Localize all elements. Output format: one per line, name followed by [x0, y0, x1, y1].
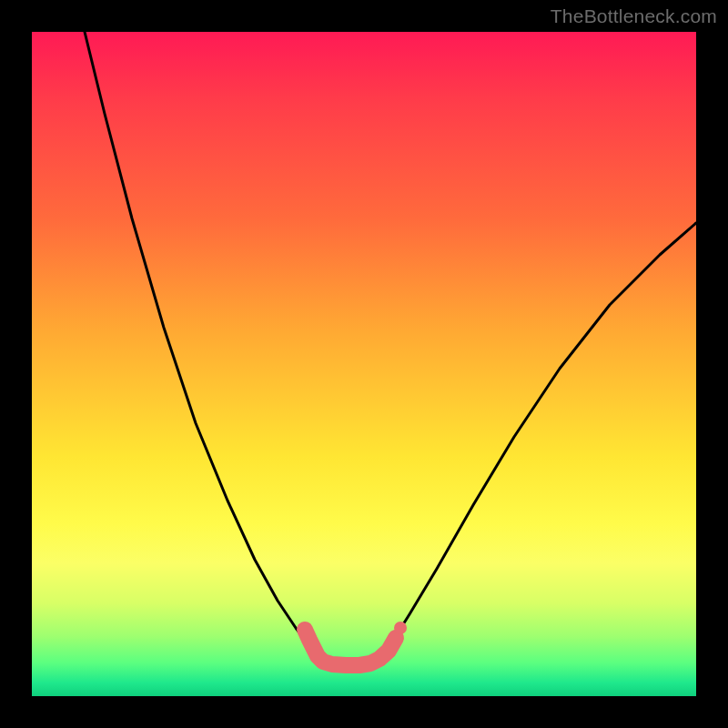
bottleneck-curve: [85, 32, 696, 663]
plot-area: [32, 32, 696, 696]
bottleneck-path: [85, 32, 696, 663]
valley-markers: [305, 622, 407, 665]
chart-frame: TheBottleneck.com: [0, 0, 728, 728]
valley-marker-stroke: [305, 630, 396, 665]
watermark-label: TheBottleneck.com: [551, 5, 717, 27]
curve-layer: [32, 32, 696, 696]
valley-marker-dot: [394, 622, 407, 634]
